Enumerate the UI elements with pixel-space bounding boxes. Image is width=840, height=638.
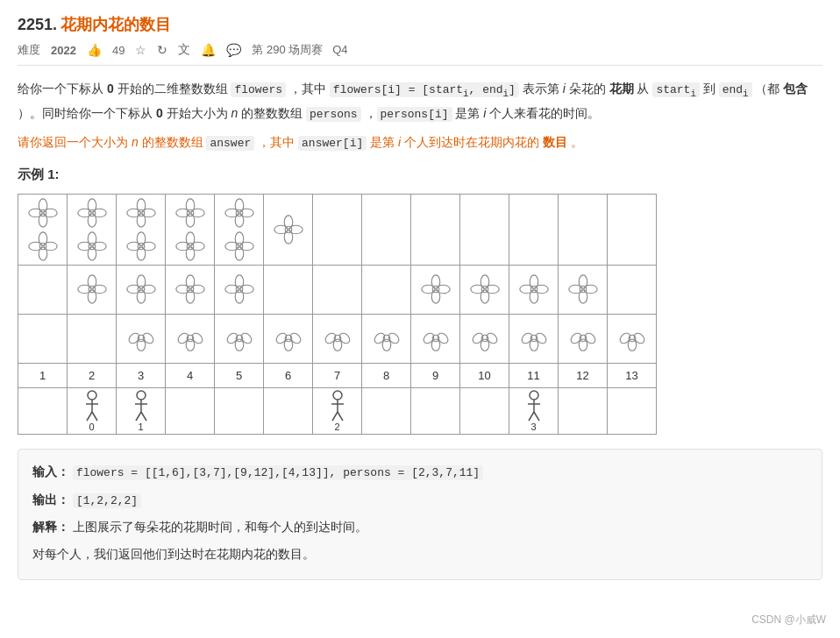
svg-point-39 — [187, 243, 194, 250]
title-row: 2251. 花期内花的数目 — [18, 14, 822, 35]
cell-r2-c2 — [68, 265, 117, 314]
person-cell-8 — [362, 387, 411, 434]
svg-point-109 — [284, 339, 293, 351]
svg-point-105 — [235, 339, 244, 351]
svg-point-149 — [333, 391, 342, 400]
svg-point-3 — [28, 209, 41, 217]
svg-point-119 — [421, 331, 435, 345]
svg-point-127 — [519, 331, 533, 345]
cell-r1-c6 — [264, 194, 313, 265]
cell-r1-c13 — [608, 194, 657, 265]
contest-info: 第 290 场周赛 Q4 — [252, 42, 347, 58]
svg-point-18 — [77, 242, 90, 251]
cell-r2-c12 — [559, 265, 608, 314]
person-row: 0 1 — [18, 387, 657, 434]
person-cell-9 — [411, 387, 460, 434]
cell-r2-c5 — [215, 265, 264, 314]
svg-point-144 — [137, 391, 146, 400]
svg-point-120 — [436, 331, 450, 345]
person-cell-11: 3 — [509, 387, 559, 434]
svg-line-158 — [534, 412, 539, 421]
person-cell-10 — [460, 387, 509, 434]
cell-r3-c1 — [18, 314, 68, 363]
cell-r3-c10 — [460, 314, 509, 363]
svg-point-99 — [175, 331, 189, 345]
cell-r1-c10 — [460, 194, 509, 265]
cell-r1-c5 — [215, 194, 264, 265]
svg-point-101 — [186, 339, 195, 351]
cell-r2-c11 — [509, 265, 559, 314]
svg-point-135 — [617, 331, 631, 345]
translate-icon: 文 — [178, 42, 190, 58]
desc-para1: 给你一个下标从 0 开始的二维整数数组 flowers ，其中 flowers[… — [18, 78, 822, 124]
svg-point-68 — [175, 286, 189, 294]
example-grid: 1 2 3 4 5 6 7 8 9 10 11 12 13 — [18, 194, 657, 435]
cell-r3-c2 — [68, 314, 117, 363]
code-flowers-i: flowers[i] = [starti, endi] — [330, 82, 519, 97]
description: 给你一个下标从 0 开始的二维整数数组 flowers ，其中 flowers[… — [18, 78, 822, 154]
example-title: 示例 1: — [18, 167, 822, 183]
svg-point-38 — [175, 242, 189, 251]
num-8: 8 — [362, 363, 411, 387]
problem-title: 花期内花的数目 — [61, 14, 171, 35]
code-flowers: flowers — [231, 82, 286, 97]
num-3: 3 — [117, 363, 166, 387]
thumb-up-icon: 👍 — [87, 43, 102, 57]
cell-r1-c9 — [411, 194, 460, 265]
svg-point-113 — [333, 339, 342, 351]
svg-point-58 — [77, 286, 90, 294]
person-cell-2: 0 — [68, 387, 117, 434]
svg-point-104 — [239, 331, 253, 345]
output-value: [1,2,2,2] — [73, 493, 141, 508]
difficulty-label: 难度 — [18, 42, 40, 58]
svg-point-116 — [387, 331, 401, 345]
svg-point-96 — [141, 331, 155, 345]
person-cell-7: 2 — [313, 387, 362, 434]
refresh-icon: ↻ — [157, 43, 167, 57]
input-value: flowers = [[1,6],[3,7],[9,12],[4,13]], p… — [73, 465, 483, 480]
cell-r2-c8 — [362, 265, 411, 314]
svg-line-148 — [141, 412, 146, 421]
svg-point-112 — [338, 331, 352, 345]
cell-r1-c7 — [313, 194, 362, 265]
meta-row: 难度 2022 👍 49 ☆ ↻ 文 🔔 💬 第 290 场周赛 Q4 — [18, 42, 822, 66]
cell-r3-c12 — [559, 314, 608, 363]
num-1: 1 — [18, 363, 68, 387]
output-line: 输出： [1,2,2,2] — [32, 488, 808, 513]
num-2: 2 — [68, 363, 117, 387]
flower-row-2 — [18, 265, 657, 314]
svg-point-13 — [77, 209, 90, 217]
svg-point-107 — [274, 331, 288, 345]
svg-point-121 — [431, 339, 440, 351]
cell-r2-c7 — [313, 265, 362, 314]
person-cell-3: 1 — [117, 387, 166, 434]
svg-point-97 — [137, 339, 146, 351]
explain-label: 解释： — [32, 520, 69, 534]
num-6: 6 — [264, 363, 313, 387]
cell-r2-c10 — [460, 265, 509, 314]
svg-point-89 — [530, 287, 537, 294]
svg-point-4 — [39, 209, 46, 216]
cell-r3-c11 — [509, 314, 559, 363]
cell-r3-c3 — [117, 314, 166, 363]
cell-r3-c6 — [264, 314, 313, 363]
explain-line-2: 对每个人，我们返回他们到达时在花期内花的数目。 — [32, 542, 808, 566]
output-label: 输出： — [32, 493, 69, 507]
cell-r3-c7 — [313, 314, 362, 363]
svg-point-117 — [382, 339, 391, 351]
svg-point-64 — [138, 287, 145, 294]
person-cell-12 — [559, 387, 608, 434]
cell-r3-c4 — [166, 314, 215, 363]
cell-r2-c6 — [264, 265, 313, 314]
cell-r1-c11 — [509, 194, 559, 265]
svg-point-123 — [470, 331, 484, 345]
explain-text-2: 对每个人，我们返回他们到达时在花期内花的数目。 — [32, 547, 315, 561]
svg-point-108 — [288, 331, 303, 345]
cell-r3-c5 — [215, 314, 264, 363]
cell-r1-c2 — [68, 194, 117, 265]
num-9: 9 — [411, 363, 460, 387]
svg-point-49 — [236, 243, 243, 250]
svg-point-94 — [580, 287, 587, 294]
svg-point-33 — [175, 209, 189, 217]
cell-r1-c12 — [559, 194, 608, 265]
